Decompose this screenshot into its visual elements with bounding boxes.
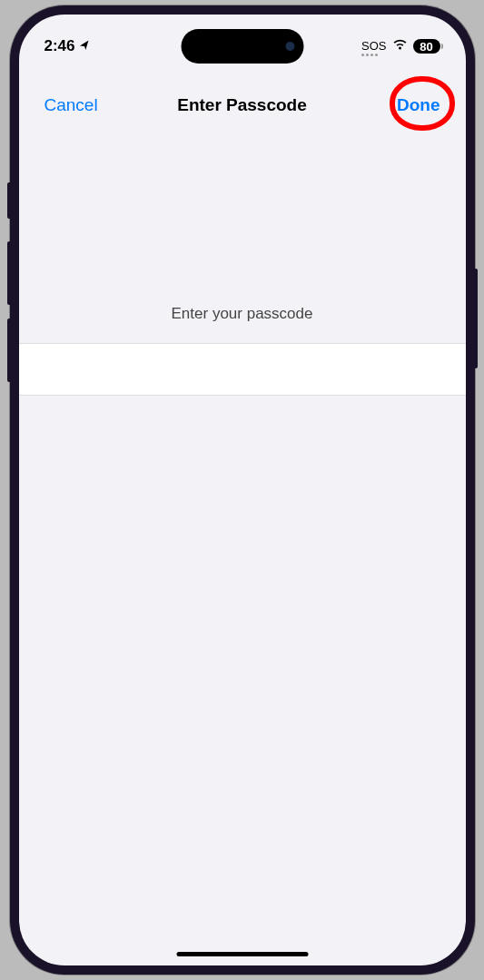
power-button (475, 269, 478, 368)
volume-down-button (7, 318, 10, 382)
passcode-prompt: Enter your passcode (19, 305, 466, 323)
status-right: SOS 80 (361, 37, 440, 56)
front-camera (285, 42, 294, 51)
battery-icon: 80 (413, 39, 440, 54)
battery-percent: 80 (420, 40, 432, 54)
status-time: 2:46 (44, 37, 75, 55)
volume-up-button (7, 241, 10, 305)
page-title: Enter Passcode (177, 95, 307, 115)
location-arrow-icon (78, 39, 90, 54)
home-indicator[interactable] (176, 952, 308, 956)
cancel-button[interactable]: Cancel (44, 95, 98, 115)
status-left: 2:46 (44, 37, 90, 55)
silent-switch (7, 182, 10, 219)
wifi-icon (392, 38, 408, 54)
content-area: Enter your passcode (19, 132, 466, 965)
passcode-input[interactable] (19, 343, 466, 396)
screen: 2:46 SOS 80 (19, 15, 466, 965)
signal-dots-icon (361, 54, 386, 56)
phone-frame: 2:46 SOS 80 (10, 5, 475, 975)
sos-label: SOS (361, 39, 386, 53)
done-button[interactable]: Done (397, 95, 440, 115)
dynamic-island (181, 29, 303, 64)
sos-indicator: SOS (361, 37, 386, 56)
